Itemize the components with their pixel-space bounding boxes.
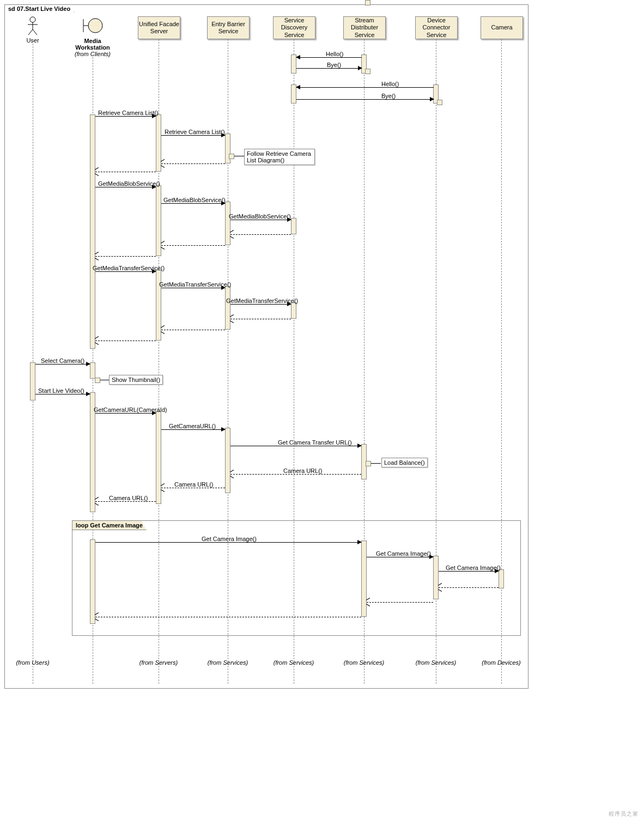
msg-gmts1	[95, 271, 156, 272]
actor-user: User	[22, 16, 44, 44]
object-sdist: Stream Distributer Service	[343, 16, 386, 39]
footer-sdist: (from Services)	[331, 659, 397, 666]
footer-ufs: (from Servers)	[126, 659, 191, 666]
msg-getcamimg3	[439, 571, 499, 572]
svg-line-4	[33, 29, 37, 35]
lbl-gmbs3: GetMediaBlobService()	[229, 213, 291, 220]
note-load-balance: Load Balance()	[381, 458, 428, 467]
lbl-worktext: Hello()	[326, 51, 343, 57]
media-name: Media Workstation	[71, 38, 114, 51]
footer-user: (from Users)	[0, 659, 65, 666]
msg-rcl2	[161, 135, 225, 136]
lbl-getcamimg3: Get Camera Image()	[446, 564, 501, 571]
svg-point-0	[30, 17, 35, 22]
msg-gmts2	[161, 288, 225, 288]
marker	[437, 100, 442, 105]
lbl-getcamimg1: Get Camera Image()	[202, 536, 257, 542]
msg-hello1	[296, 57, 362, 58]
footer-camera: (from Devices)	[469, 659, 534, 666]
ret	[95, 341, 156, 341]
lbl-rcl1: Retrieve Camera List()	[98, 110, 159, 116]
ret-camurl1	[95, 501, 156, 502]
ret-camurl3	[230, 474, 361, 475]
lbl-bye1: Bye()	[327, 62, 341, 68]
msg-getcamtransurl	[230, 446, 361, 446]
marker	[365, 69, 370, 74]
activation	[30, 362, 35, 400]
svg-point-7	[88, 19, 102, 33]
svg-line-3	[28, 29, 33, 35]
msg-gmbs3	[230, 220, 291, 220]
ret	[161, 330, 225, 330]
marker	[229, 154, 234, 159]
lbl-camurl1: Camera URL()	[109, 495, 148, 501]
msg-gmts3	[230, 304, 291, 305]
note-link	[234, 156, 244, 156]
activation	[225, 428, 230, 493]
lbl-camurl2: Camera URL()	[174, 481, 214, 488]
activation	[225, 202, 230, 245]
object-ufs: Unified Facade Server	[138, 16, 180, 39]
activation	[90, 114, 95, 349]
ret	[230, 234, 291, 235]
lbl-camurl3: Camera URL()	[283, 467, 323, 474]
ret-img3	[439, 587, 499, 588]
lbl-getcamurl1: GetCameraURL(CameraId)	[94, 406, 167, 413]
frame-title: sd 07.Start Live Video	[4, 4, 74, 13]
msg-rcl1	[95, 116, 156, 117]
object-dcs: Device Connector Service	[415, 16, 458, 39]
stick-figure-icon	[27, 16, 39, 36]
marker	[366, 461, 371, 466]
activation	[90, 362, 95, 379]
ret	[95, 172, 156, 172]
footer-dcs: (from Services)	[403, 659, 469, 666]
lbl-bye2: Bye()	[381, 93, 396, 99]
actor-user-label: User	[22, 37, 44, 44]
activation	[225, 286, 230, 330]
ret	[161, 245, 225, 246]
ret-img1	[95, 617, 361, 617]
note-link	[100, 380, 109, 380]
activation	[156, 411, 161, 504]
lbl-gmbs2: GetMediaBlobService()	[163, 197, 226, 203]
activation	[291, 218, 296, 234]
footer-sds: (from Services)	[261, 659, 326, 666]
lbl-gmbs1: GetMediaBlobService()	[98, 180, 160, 187]
ret	[95, 256, 156, 257]
msg-select-camera	[35, 364, 90, 365]
msg-bye2	[296, 99, 434, 100]
note-show-thumbnail: Show Thumbnail()	[109, 375, 163, 385]
msg-hello2	[296, 87, 434, 88]
lbl-getcamurl2: GetCameraURL()	[169, 423, 216, 429]
activation	[291, 302, 296, 319]
marker	[95, 378, 100, 383]
msg-bye1	[296, 68, 362, 69]
lbl-getcamimg2: Get Camera Image()	[376, 550, 431, 557]
loop-label: loop Get Camera Image	[72, 520, 147, 530]
object-sds: Service Discovery Service	[273, 16, 315, 39]
lbl-gmts2: GetMediaTransferService()	[159, 281, 231, 288]
msg-getcamurl2	[161, 429, 225, 430]
msg-getcamurl1	[95, 413, 156, 414]
lbl-gmts3: GetMediaTransferService()	[226, 297, 298, 304]
object-media-workstation: Media Workstation (from Clients)	[71, 15, 114, 57]
note-follow-rcl: Follow Retrieve Camera List Diagram()	[244, 149, 315, 165]
lbl-gmts1: GetMediaTransferService()	[93, 265, 165, 271]
msg-gmbs2	[161, 203, 225, 204]
boundary-icon	[82, 15, 104, 37]
msg-start-live	[35, 394, 90, 394]
footer-ebs: (from Services)	[195, 659, 260, 666]
msg-getcamimg1	[95, 542, 361, 543]
lbl-select-camera: Select Camera()	[41, 357, 84, 364]
ret-camurl2	[161, 488, 225, 488]
msg-gmbs1	[95, 187, 156, 187]
ret	[161, 163, 225, 164]
object-camera: Camera	[481, 16, 523, 39]
ret	[230, 319, 291, 319]
ret-img2	[367, 602, 433, 603]
watermark: 程序员之家	[609, 810, 639, 818]
note-link	[371, 463, 381, 464]
msg-getcamimg2	[367, 557, 433, 557]
diagram-canvas: sd 07.Start Live Video User Media Workst…	[0, 0, 644, 820]
lbl-start-live: Start Live Video()	[38, 387, 84, 394]
